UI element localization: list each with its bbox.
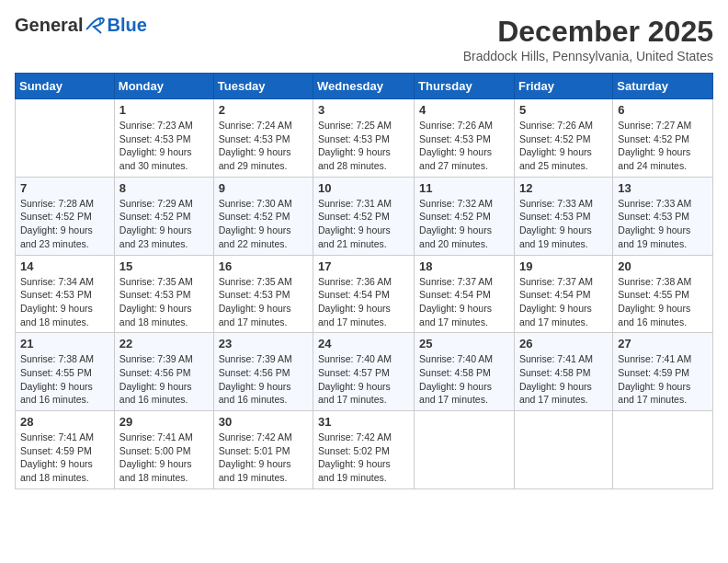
day-cell	[613, 411, 713, 489]
day-number: 30	[219, 415, 308, 429]
day-cell: 30Sunrise: 7:42 AM Sunset: 5:01 PM Dayli…	[213, 411, 313, 489]
day-cell: 31Sunrise: 7:42 AM Sunset: 5:02 PM Dayli…	[313, 411, 415, 489]
day-info: Sunrise: 7:29 AM Sunset: 4:52 PM Dayligh…	[119, 197, 209, 251]
day-info: Sunrise: 7:40 AM Sunset: 4:57 PM Dayligh…	[318, 352, 409, 407]
day-number: 15	[119, 259, 209, 273]
logo-general-text: General	[15, 15, 83, 36]
day-cell: 19Sunrise: 7:37 AM Sunset: 4:54 PM Dayli…	[514, 255, 612, 333]
calendar-table: SundayMondayTuesdayWednesdayThursdayFrid…	[15, 73, 713, 489]
day-number: 18	[419, 259, 509, 273]
day-info: Sunrise: 7:39 AM Sunset: 4:56 PM Dayligh…	[219, 352, 308, 407]
day-cell: 18Sunrise: 7:37 AM Sunset: 4:54 PM Dayli…	[415, 255, 515, 333]
day-info: Sunrise: 7:25 AM Sunset: 4:53 PM Dayligh…	[318, 119, 409, 173]
day-info: Sunrise: 7:33 AM Sunset: 4:53 PM Dayligh…	[519, 197, 608, 251]
day-cell: 17Sunrise: 7:36 AM Sunset: 4:54 PM Dayli…	[313, 255, 415, 333]
day-header-thursday: Thursday	[415, 74, 515, 99]
day-cell: 13Sunrise: 7:33 AM Sunset: 4:53 PM Dayli…	[613, 177, 713, 255]
day-cell: 20Sunrise: 7:38 AM Sunset: 4:55 PM Dayli…	[613, 255, 713, 333]
day-number: 4	[419, 103, 509, 117]
day-cell: 14Sunrise: 7:34 AM Sunset: 4:53 PM Dayli…	[16, 255, 115, 333]
day-info: Sunrise: 7:37 AM Sunset: 4:54 PM Dayligh…	[419, 275, 509, 329]
month-title: December 2025	[463, 15, 713, 49]
logo: General Blue	[15, 15, 147, 36]
day-info: Sunrise: 7:26 AM Sunset: 4:53 PM Dayligh…	[419, 119, 509, 173]
day-info: Sunrise: 7:38 AM Sunset: 4:55 PM Dayligh…	[618, 275, 708, 329]
day-cell: 1Sunrise: 7:23 AM Sunset: 4:53 PM Daylig…	[114, 99, 213, 178]
calendar-header: SundayMondayTuesdayWednesdayThursdayFrid…	[16, 74, 713, 99]
day-info: Sunrise: 7:37 AM Sunset: 4:54 PM Dayligh…	[519, 275, 608, 329]
day-info: Sunrise: 7:35 AM Sunset: 4:53 PM Dayligh…	[219, 275, 308, 329]
week-row-1: 1Sunrise: 7:23 AM Sunset: 4:53 PM Daylig…	[16, 99, 713, 178]
day-info: Sunrise: 7:34 AM Sunset: 4:53 PM Dayligh…	[20, 275, 109, 329]
day-number: 9	[219, 181, 308, 195]
day-number: 14	[20, 259, 109, 273]
week-row-3: 14Sunrise: 7:34 AM Sunset: 4:53 PM Dayli…	[16, 255, 713, 333]
day-info: Sunrise: 7:36 AM Sunset: 4:54 PM Dayligh…	[318, 275, 409, 329]
day-info: Sunrise: 7:38 AM Sunset: 4:55 PM Dayligh…	[20, 352, 109, 407]
day-number: 19	[519, 259, 608, 273]
day-number: 7	[20, 181, 109, 195]
week-row-5: 28Sunrise: 7:41 AM Sunset: 4:59 PM Dayli…	[16, 411, 713, 489]
day-header-friday: Friday	[514, 74, 612, 99]
day-number: 11	[419, 181, 509, 195]
day-number: 10	[318, 181, 409, 195]
day-number: 1	[119, 103, 209, 117]
day-info: Sunrise: 7:41 AM Sunset: 5:00 PM Dayligh…	[119, 431, 209, 485]
day-number: 8	[119, 181, 209, 195]
day-cell: 10Sunrise: 7:31 AM Sunset: 4:52 PM Dayli…	[313, 177, 415, 255]
day-info: Sunrise: 7:40 AM Sunset: 4:58 PM Dayligh…	[419, 352, 509, 407]
logo-blue-text: Blue	[107, 15, 146, 36]
day-info: Sunrise: 7:39 AM Sunset: 4:56 PM Dayligh…	[119, 352, 209, 407]
day-number: 29	[119, 415, 209, 429]
day-number: 20	[618, 259, 708, 273]
day-info: Sunrise: 7:30 AM Sunset: 4:52 PM Dayligh…	[219, 197, 308, 251]
day-cell: 5Sunrise: 7:26 AM Sunset: 4:52 PM Daylig…	[514, 99, 612, 178]
day-header-wednesday: Wednesday	[313, 74, 415, 99]
day-info: Sunrise: 7:41 AM Sunset: 4:58 PM Dayligh…	[519, 352, 608, 407]
day-cell	[16, 99, 115, 178]
day-cell: 27Sunrise: 7:41 AM Sunset: 4:59 PM Dayli…	[613, 333, 713, 411]
day-number: 28	[20, 415, 109, 429]
day-number: 5	[519, 103, 608, 117]
day-info: Sunrise: 7:42 AM Sunset: 5:01 PM Dayligh…	[219, 431, 308, 485]
week-row-2: 7Sunrise: 7:28 AM Sunset: 4:52 PM Daylig…	[16, 177, 713, 255]
day-number: 24	[318, 337, 409, 350]
day-cell: 12Sunrise: 7:33 AM Sunset: 4:53 PM Dayli…	[514, 177, 612, 255]
day-info: Sunrise: 7:27 AM Sunset: 4:52 PM Dayligh…	[618, 119, 708, 173]
day-number: 21	[20, 337, 109, 350]
calendar-body: 1Sunrise: 7:23 AM Sunset: 4:53 PM Daylig…	[16, 99, 713, 489]
day-number: 25	[419, 337, 509, 350]
day-number: 31	[318, 415, 409, 429]
day-cell: 26Sunrise: 7:41 AM Sunset: 4:58 PM Dayli…	[514, 333, 612, 411]
day-cell: 9Sunrise: 7:30 AM Sunset: 4:52 PM Daylig…	[213, 177, 313, 255]
day-info: Sunrise: 7:28 AM Sunset: 4:52 PM Dayligh…	[20, 197, 109, 251]
days-of-week-row: SundayMondayTuesdayWednesdayThursdayFrid…	[16, 74, 713, 99]
day-cell: 8Sunrise: 7:29 AM Sunset: 4:52 PM Daylig…	[114, 177, 213, 255]
day-cell: 11Sunrise: 7:32 AM Sunset: 4:52 PM Dayli…	[415, 177, 515, 255]
day-number: 13	[618, 181, 708, 195]
day-cell: 2Sunrise: 7:24 AM Sunset: 4:53 PM Daylig…	[213, 99, 313, 178]
logo-bird-icon	[85, 17, 107, 35]
day-number: 23	[219, 337, 308, 350]
day-info: Sunrise: 7:41 AM Sunset: 4:59 PM Dayligh…	[20, 431, 109, 485]
day-cell: 21Sunrise: 7:38 AM Sunset: 4:55 PM Dayli…	[16, 333, 115, 411]
day-number: 12	[519, 181, 608, 195]
day-cell: 23Sunrise: 7:39 AM Sunset: 4:56 PM Dayli…	[213, 333, 313, 411]
day-number: 27	[618, 337, 708, 350]
day-cell: 25Sunrise: 7:40 AM Sunset: 4:58 PM Dayli…	[415, 333, 515, 411]
day-header-saturday: Saturday	[613, 74, 713, 99]
page-header: General Blue December 2025 Braddock Hill…	[15, 15, 713, 63]
day-cell: 22Sunrise: 7:39 AM Sunset: 4:56 PM Dayli…	[114, 333, 213, 411]
day-header-monday: Monday	[114, 74, 213, 99]
day-info: Sunrise: 7:35 AM Sunset: 4:53 PM Dayligh…	[119, 275, 209, 329]
day-info: Sunrise: 7:31 AM Sunset: 4:52 PM Dayligh…	[318, 197, 409, 251]
day-info: Sunrise: 7:26 AM Sunset: 4:52 PM Dayligh…	[519, 119, 608, 173]
day-number: 3	[318, 103, 409, 117]
day-cell: 16Sunrise: 7:35 AM Sunset: 4:53 PM Dayli…	[213, 255, 313, 333]
day-info: Sunrise: 7:24 AM Sunset: 4:53 PM Dayligh…	[219, 119, 308, 173]
day-info: Sunrise: 7:23 AM Sunset: 4:53 PM Dayligh…	[119, 119, 209, 173]
day-number: 16	[219, 259, 308, 273]
week-row-4: 21Sunrise: 7:38 AM Sunset: 4:55 PM Dayli…	[16, 333, 713, 411]
day-cell: 6Sunrise: 7:27 AM Sunset: 4:52 PM Daylig…	[613, 99, 713, 178]
day-number: 22	[119, 337, 209, 350]
